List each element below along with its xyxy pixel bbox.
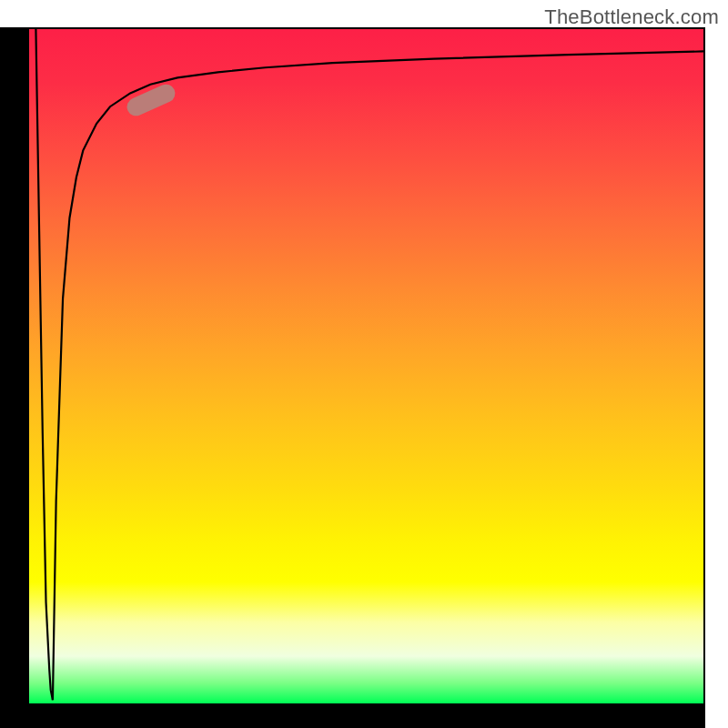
x-axis-strip xyxy=(0,705,705,728)
gradient-background xyxy=(29,29,703,703)
y-axis-strip xyxy=(0,27,27,705)
watermark-text: TheBottleneck.com xyxy=(544,5,719,29)
plot-area xyxy=(27,27,705,705)
chart-container: TheBottleneck.com xyxy=(0,0,728,728)
